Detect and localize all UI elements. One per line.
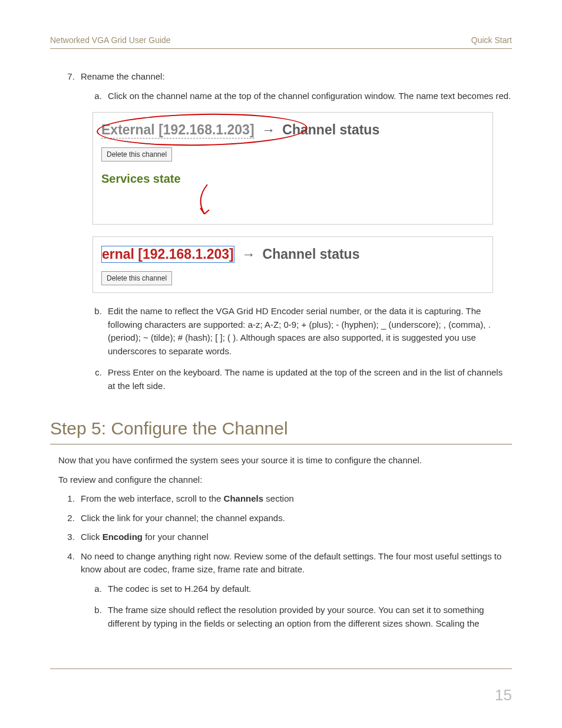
step-5-list: From the web interface, scroll to the Ch… (50, 492, 512, 630)
step-7b: Edit the name to reflect the VGA Grid HD… (104, 305, 512, 358)
document-page: Networked VGA Grid User Guide Quick Star… (0, 0, 562, 728)
figure2-title-row: ernal [192.168.1.203] → Channel status (101, 244, 484, 265)
delete-channel-button[interactable]: Delete this channel (101, 147, 172, 162)
text: From the web interface, scroll to the (81, 493, 224, 503)
step-5-item-4-sublist: The codec is set to H.264 by default. Th… (81, 582, 512, 631)
figure-channel-before: External [192.168.1.203] → Channel statu… (92, 112, 493, 225)
channel-status-label: Channel status (282, 122, 379, 137)
text: Click (81, 532, 103, 542)
arrow-icon: → (262, 122, 275, 137)
step-5-item-1: From the web interface, scroll to the Ch… (77, 492, 512, 506)
step-7-sublist: Click on the channel name at the top of … (81, 90, 512, 103)
step-5-item-4: No need to change anything right now. Re… (77, 550, 512, 631)
page-content: Rename the channel: Click on the channel… (50, 70, 512, 630)
figure-channel-after: ernal [192.168.1.203] → Channel status D… (92, 236, 493, 294)
page-header: Networked VGA Grid User Guide Quick Star… (50, 35, 512, 49)
channel-status-label: Channel status (263, 246, 360, 262)
step-7a: Click on the channel name at the top of … (104, 90, 512, 103)
step-7c: Press Enter on the keyboard. The name is… (104, 366, 512, 393)
step-7: Rename the channel: Click on the channel… (77, 70, 512, 393)
arrow-icon: → (242, 246, 255, 262)
figure1-title-row: External [192.168.1.203] → Channel statu… (101, 120, 484, 140)
channel-name-input[interactable]: ernal [192.168.1.203] (101, 246, 234, 263)
step-5-heading: Step 5: Configure the Channel (50, 415, 512, 444)
text: No need to change anything right now. Re… (81, 551, 501, 575)
step-5-item-3: Click Encoding for your channel (77, 531, 512, 544)
text: section (263, 493, 294, 503)
red-arrow-annotation (101, 187, 484, 217)
encoding-bold: Encoding (103, 532, 143, 542)
footer-rule (50, 668, 512, 669)
services-state-heading: Services state (101, 170, 484, 187)
header-left: Networked VGA Grid User Guide (50, 35, 171, 45)
header-right: Quick Start (471, 35, 512, 45)
curved-arrow-icon (190, 182, 225, 223)
delete-channel-button[interactable]: Delete this channel (101, 271, 172, 285)
step-7-list: Rename the channel: Click on the channel… (50, 70, 512, 393)
step-5-item-2: Click the link for your channel; the cha… (77, 512, 512, 525)
step-7-sublist-cont: Edit the name to reflect the VGA Grid HD… (81, 305, 512, 393)
step-5-item-4a: The codec is set to H.264 by default. (104, 582, 512, 596)
step-5-intro2: To review and configure the channel: (58, 473, 512, 487)
channels-bold: Channels (224, 493, 264, 503)
channel-name-link[interactable]: External [192.168.1.203] (101, 122, 254, 139)
step-5-intro1: Now that you have confirmed the system s… (58, 454, 512, 467)
page-number: 15 (495, 686, 512, 704)
step-7-title: Rename the channel: (81, 71, 165, 81)
step-5-item-4b: The frame size should reflect the resolu… (104, 604, 512, 630)
text: for your channel (143, 532, 209, 542)
